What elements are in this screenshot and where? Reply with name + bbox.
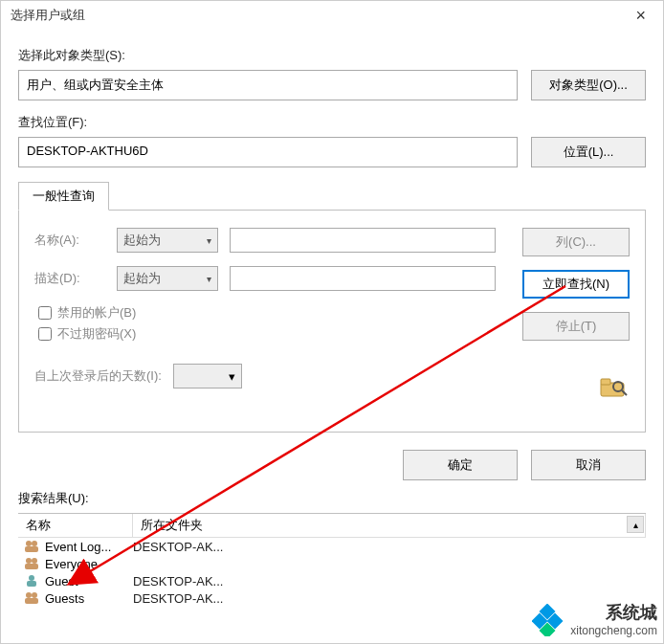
ok-button[interactable]: 确定 (403, 450, 518, 480)
search-folder-icon (595, 373, 630, 400)
desc-label: 描述(D): (34, 270, 105, 287)
user-icon (24, 573, 41, 588)
svg-point-10 (29, 575, 34, 581)
table-row[interactable]: Guest DESKTOP-AK... (18, 572, 646, 589)
cancel-button[interactable]: 取消 (531, 450, 646, 480)
chevron-down-icon: ▾ (229, 369, 235, 384)
days-since-logon-label: 自上次登录后的天数(I): (34, 367, 162, 385)
tab-common-queries[interactable]: 一般性查询 (18, 182, 109, 211)
location-label: 查找位置(F): (18, 114, 646, 131)
column-name[interactable]: 名称 (18, 514, 133, 537)
search-results-label: 搜索结果(U): (18, 490, 646, 507)
svg-point-5 (32, 541, 37, 546)
locations-button[interactable]: 位置(L)... (531, 137, 646, 167)
svg-point-4 (26, 541, 32, 546)
svg-rect-6 (25, 546, 38, 552)
watermark-logo-icon (532, 604, 564, 636)
columns-button[interactable]: 列(C)... (522, 228, 630, 256)
svg-rect-9 (25, 564, 38, 569)
object-type-field: 用户、组或内置安全主体 (18, 70, 518, 100)
days-combo[interactable]: ▾ (173, 364, 242, 389)
result-name: Event Log... (45, 540, 133, 554)
svg-point-12 (26, 592, 32, 598)
name-match-combo[interactable]: 起始为 ▾ (117, 228, 218, 253)
combo-value: 起始为 (123, 270, 161, 287)
column-folder[interactable]: 所在文件夹 (133, 514, 646, 537)
result-name: Everyone (45, 557, 133, 571)
result-name: Guest (45, 574, 133, 588)
watermark-brand: 系统城 (570, 603, 657, 624)
non-expiring-pwd-label: 不过期密码(X) (57, 325, 136, 343)
dialog-title: 选择用户或组 (11, 7, 85, 24)
chevron-down-icon: ▾ (207, 274, 211, 284)
close-icon[interactable]: × (628, 6, 653, 26)
svg-point-7 (26, 558, 32, 564)
non-expiring-pwd-checkbox[interactable] (38, 327, 52, 341)
disabled-accounts-checkbox[interactable] (38, 306, 52, 320)
group-icon (24, 556, 41, 571)
find-now-button[interactable]: 立即查找(N) (522, 270, 630, 299)
chevron-up-icon: ▴ (633, 520, 638, 530)
name-input[interactable] (230, 228, 496, 253)
combo-value: 起始为 (123, 232, 161, 249)
chevron-down-icon: ▾ (207, 235, 211, 246)
result-location: DESKTOP-AK... (133, 540, 223, 554)
name-label: 名称(A): (34, 232, 105, 249)
group-icon (24, 590, 41, 606)
object-type-label: 选择此对象类型(S): (18, 47, 646, 64)
result-name: Guests (45, 591, 133, 606)
watermark: 系统城 xitongcheng.com (532, 603, 657, 637)
svg-rect-1 (601, 379, 610, 385)
location-field: DESKTOP-AKTHU6D (18, 137, 518, 167)
svg-point-13 (32, 592, 37, 598)
scroll-up-button[interactable]: ▴ (627, 516, 644, 533)
result-location: DESKTOP-AK... (133, 591, 223, 606)
table-row[interactable]: Everyone (18, 555, 646, 572)
watermark-url: xitongcheng.com (570, 624, 657, 637)
table-row[interactable]: Event Log... DESKTOP-AK... (18, 538, 646, 555)
desc-input[interactable] (230, 266, 496, 291)
svg-rect-11 (27, 581, 36, 587)
svg-rect-14 (25, 598, 38, 604)
svg-point-8 (32, 558, 37, 564)
desc-match-combo[interactable]: 起始为 ▾ (117, 266, 218, 291)
stop-button[interactable]: 停止(T) (522, 312, 630, 341)
object-types-button[interactable]: 对象类型(O)... (531, 70, 646, 100)
group-icon (24, 539, 41, 554)
result-location: DESKTOP-AK... (133, 574, 223, 588)
disabled-accounts-label: 禁用的帐户(B) (57, 304, 136, 322)
